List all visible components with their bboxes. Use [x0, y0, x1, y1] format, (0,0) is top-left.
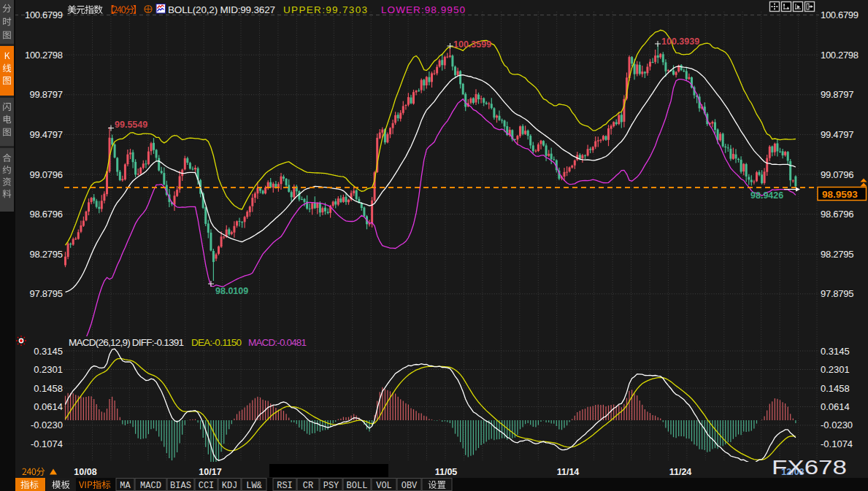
svg-text:100.2798: 100.2798: [821, 50, 859, 61]
svg-text:CCI: CCI: [199, 481, 215, 491]
svg-text:MACD: MACD: [140, 481, 161, 491]
svg-text:0.0614: 0.0614: [821, 401, 850, 412]
svg-text:KDJ: KDJ: [222, 481, 238, 491]
svg-text:LOWER:98.9950: LOWER:98.9950: [381, 4, 465, 15]
svg-text:99.5549: 99.5549: [115, 120, 147, 130]
svg-text:97.8795: 97.8795: [30, 288, 64, 299]
svg-text:0.3145: 0.3145: [821, 346, 850, 357]
svg-text:98.0109: 98.0109: [215, 286, 248, 296]
svg-text:-0.1074: -0.1074: [31, 438, 63, 449]
svg-text:98.9426: 98.9426: [750, 190, 783, 201]
svg-text:100.3599: 100.3599: [453, 39, 491, 50]
svg-text:99.0796: 99.0796: [821, 169, 854, 180]
svg-text:100.6799: 100.6799: [821, 9, 859, 20]
svg-text:98.6796: 98.6796: [821, 209, 854, 220]
svg-text:99.8797: 99.8797: [821, 89, 854, 100]
svg-text:11/14: 11/14: [557, 467, 580, 477]
svg-text:0.0614: 0.0614: [34, 401, 63, 412]
svg-text:10/08: 10/08: [74, 467, 96, 477]
svg-text:0.2301: 0.2301: [34, 364, 63, 375]
svg-text:BOLL: BOLL: [347, 481, 368, 491]
svg-text:98.2795: 98.2795: [30, 249, 64, 260]
svg-text:11/24: 11/24: [669, 467, 692, 477]
svg-text:VOL: VOL: [376, 481, 392, 491]
svg-text:-0.1074: -0.1074: [821, 438, 853, 449]
svg-text:0.3145: 0.3145: [34, 346, 63, 357]
svg-text:OBV: OBV: [402, 481, 418, 491]
svg-text:99.8797: 99.8797: [30, 89, 64, 100]
svg-text:BIAS: BIAS: [170, 481, 191, 491]
svg-text:0.1458: 0.1458: [34, 383, 63, 394]
svg-text:98.2795: 98.2795: [821, 249, 854, 260]
svg-text:100.3939: 100.3939: [661, 36, 699, 47]
svg-text:RSI: RSI: [277, 481, 293, 491]
svg-text:100.2798: 100.2798: [25, 50, 63, 61]
svg-text:CR: CR: [303, 481, 313, 491]
svg-text:BOLL(20,2) MID:99.3627: BOLL(20,2) MID:99.3627: [168, 4, 275, 15]
svg-text:PSY: PSY: [323, 481, 339, 491]
svg-text:-0.0230: -0.0230: [821, 420, 853, 430]
svg-text:10/17: 10/17: [199, 467, 221, 477]
svg-text:DEA:-0.1150: DEA:-0.1150: [191, 337, 242, 348]
svg-text:-0.0230: -0.0230: [31, 420, 63, 430]
svg-text:97.8795: 97.8795: [821, 288, 854, 299]
svg-text:LW&: LW&: [246, 481, 262, 491]
svg-text:98.9593: 98.9593: [822, 189, 858, 200]
svg-text:11/05: 11/05: [435, 467, 458, 477]
svg-text:FX678: FX678: [772, 457, 847, 479]
svg-text:MACD:-0.0481: MACD:-0.0481: [248, 337, 307, 348]
svg-text:100.6799: 100.6799: [25, 9, 63, 20]
svg-text:98.6796: 98.6796: [30, 209, 64, 220]
svg-text:MACD(26,12,9) DIFF:-0.1391: MACD(26,12,9) DIFF:-0.1391: [69, 337, 184, 348]
svg-text:99.0796: 99.0796: [30, 169, 64, 180]
svg-text:UPPER:99.7303: UPPER:99.7303: [283, 4, 367, 15]
svg-text:99.4797: 99.4797: [30, 129, 64, 140]
svg-text:99.4797: 99.4797: [821, 129, 854, 140]
svg-text:MA: MA: [120, 481, 131, 491]
svg-text:0.2301: 0.2301: [821, 364, 850, 375]
svg-text:0.1458: 0.1458: [821, 383, 850, 394]
